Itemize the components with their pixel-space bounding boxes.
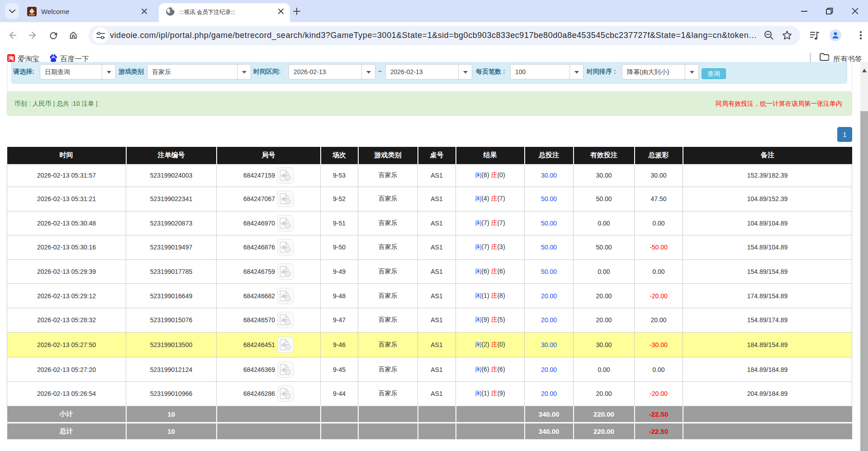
svg-text:淘: 淘 bbox=[8, 55, 14, 61]
